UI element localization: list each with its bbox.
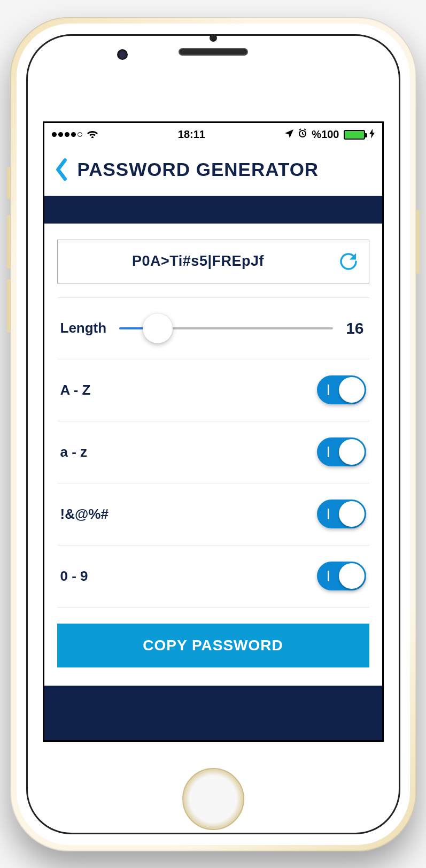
uppercase-toggle[interactable] <box>317 375 366 404</box>
uppercase-row: A - Z <box>57 359 369 421</box>
status-bar: 18:11 %100 <box>44 123 382 147</box>
battery-percent: %100 <box>312 128 339 141</box>
nav-header: PASSWORD GENERATOR <box>44 147 382 196</box>
lowercase-label: a - z <box>60 444 88 460</box>
content-area: P0A>Ti#s5|FREpJf Length <box>44 224 382 667</box>
regenerate-button[interactable] <box>337 250 360 273</box>
front-camera <box>117 49 128 60</box>
back-button[interactable] <box>51 156 72 183</box>
page-title: PASSWORD GENERATOR <box>78 159 319 180</box>
footer-area <box>44 686 382 740</box>
charging-icon <box>369 129 375 141</box>
symbols-row: !&@%# <box>57 483 369 546</box>
screen: 18:11 %100 <box>43 121 384 742</box>
lowercase-toggle[interactable] <box>317 437 366 466</box>
location-icon <box>285 128 293 141</box>
volume-down-button <box>7 279 10 333</box>
power-button <box>416 210 420 274</box>
phone-frame: 18:11 %100 <box>10 17 416 851</box>
digits-row: 0 - 9 <box>57 546 369 608</box>
length-label: Length <box>60 320 107 336</box>
slider-thumb[interactable] <box>143 313 173 343</box>
length-row: Length 16 <box>57 297 369 359</box>
home-button[interactable] <box>182 768 244 830</box>
battery-icon <box>344 130 365 140</box>
copy-password-button[interactable]: COPY PASSWORD <box>57 624 369 667</box>
wifi-icon <box>87 128 98 141</box>
proximity-sensor <box>210 34 217 42</box>
lowercase-row: a - z <box>57 421 369 483</box>
alarm-icon <box>298 128 307 141</box>
generated-password-text: P0A>Ti#s5|FREpJf <box>66 253 330 270</box>
length-slider[interactable] <box>119 317 333 340</box>
generated-password-box: P0A>Ti#s5|FREpJf <box>57 240 369 283</box>
earpiece-speaker <box>179 48 248 56</box>
digits-toggle[interactable] <box>317 562 366 590</box>
mute-switch <box>7 167 10 199</box>
digits-label: 0 - 9 <box>60 568 88 585</box>
length-value: 16 <box>346 319 366 337</box>
status-time: 18:11 <box>178 128 205 141</box>
uppercase-label: A - Z <box>60 382 91 398</box>
symbols-label: !&@%# <box>60 506 109 523</box>
signal-strength-icon <box>52 132 82 137</box>
symbols-toggle[interactable] <box>317 500 366 528</box>
volume-up-button <box>7 215 10 268</box>
header-divider <box>44 196 382 224</box>
